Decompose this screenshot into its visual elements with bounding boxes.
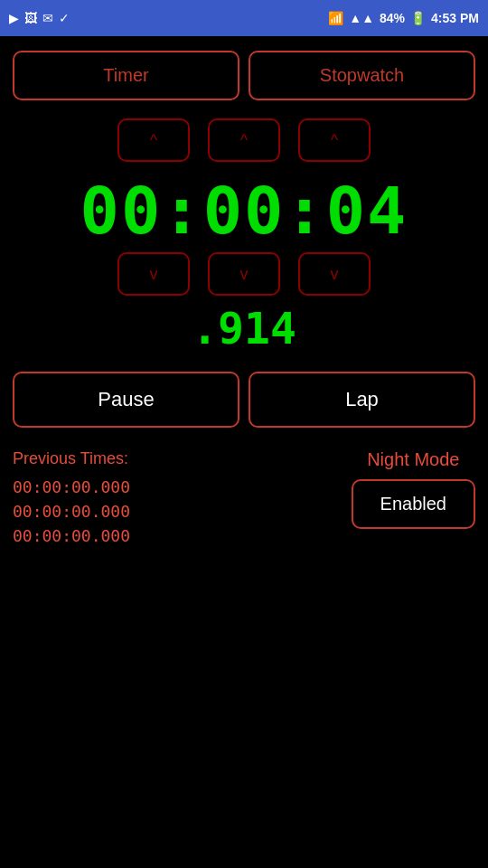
status-icons: ▶ 🖼 ✉ ✓ [9,11,70,25]
timer-display: 00:00:04 [80,173,408,249]
prev-section: Previous Times: 00:00:00.000 00:00:00.00… [13,449,475,545]
minutes-down-button[interactable]: v [208,252,280,296]
tab-timer[interactable]: Timer [13,51,239,100]
stepper-up-row: ^ ^ ^ [117,118,371,162]
prev-time-2: 00:00:00.000 [13,502,130,521]
minutes-up-button[interactable]: ^ [208,118,280,162]
night-mode-section: Night Mode Enabled [352,449,475,529]
hours-up-button[interactable]: ^ [117,118,190,162]
seconds-up-button[interactable]: ^ [298,118,371,162]
signal-icon: ▲▲ [349,11,374,25]
millis-display: .914 [192,303,296,354]
stepper-down-row: v v v [117,252,371,296]
image-icon: 🖼 [24,11,37,25]
lap-button[interactable]: Lap [249,372,475,428]
prev-times-list: Previous Times: 00:00:00.000 00:00:00.00… [13,449,130,545]
status-bar: ▶ 🖼 ✉ ✓ 📶 ▲▲ 84% 🔋 4:53 PM [0,0,488,36]
prev-times-label: Previous Times: [13,449,130,468]
main-content: Timer Stopwatch ^ ^ ^ 00:00:04 v v v .91… [0,36,488,868]
wifi-icon: 📶 [328,11,343,25]
battery-percent: 84% [380,11,405,25]
seconds-down-button[interactable]: v [298,252,371,296]
night-mode-button[interactable]: Enabled [352,479,475,529]
tab-row: Timer Stopwatch [13,51,475,100]
email-icon: ✉ [42,11,53,25]
task-icon: ✓ [59,11,70,25]
clock: 4:53 PM [431,11,479,25]
status-right: 📶 ▲▲ 84% 🔋 4:53 PM [328,11,479,25]
prev-time-3: 00:00:00.000 [13,526,130,545]
hours-down-button[interactable]: v [117,252,190,296]
night-mode-label: Night Mode [367,449,459,470]
prev-time-1: 00:00:00.000 [13,477,130,496]
tab-stopwatch[interactable]: Stopwatch [249,51,475,100]
battery-icon: 🔋 [410,11,426,25]
control-row: Pause Lap [13,372,475,428]
pause-button[interactable]: Pause [13,372,239,428]
youtube-icon: ▶ [9,11,19,25]
